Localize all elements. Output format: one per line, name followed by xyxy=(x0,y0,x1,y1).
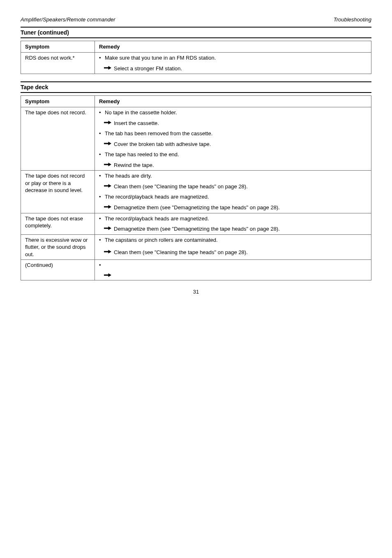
bullet-dot: • xyxy=(99,262,104,269)
section-header-tuner: Tuner (continued) xyxy=(21,27,371,38)
bullet-dot: • xyxy=(99,215,104,222)
cause-cell: •The capstans or pinch rollers are conta… xyxy=(95,234,371,247)
cause-text: The capstans or pinch rollers are contam… xyxy=(105,236,218,244)
arrow-right-icon xyxy=(104,162,111,168)
bullet-dot: • xyxy=(99,54,104,62)
action-cell: Select a stronger FM station. xyxy=(95,63,371,74)
cause-cell: •The heads are dirty. xyxy=(95,171,371,181)
arrow-right-icon xyxy=(104,65,111,71)
action-cell: Rewind the tape. xyxy=(95,160,371,171)
action-text: Select a stronger FM station. xyxy=(114,65,182,72)
action-cell: Clean them (see "Cleaning the tape heads… xyxy=(95,181,371,192)
tuner-table: Symptom Remedy RDS does not work.* •Make… xyxy=(21,41,371,74)
bullet-dot: • xyxy=(99,236,104,244)
cause-text: The heads are dirty. xyxy=(105,172,152,180)
cause-cell: • xyxy=(95,260,371,271)
cause-cell: •The tab has been removed from the casse… xyxy=(95,128,371,139)
page-header: Amplifier/Speakers/Remote commander Trou… xyxy=(21,16,371,23)
col-remedy: Remedy xyxy=(95,41,371,53)
arrow-right-icon xyxy=(104,273,111,278)
arrow-right-icon xyxy=(104,183,111,189)
cause-text: Make sure that you tune in an FM RDS sta… xyxy=(105,54,216,62)
action-cell xyxy=(95,271,371,280)
bullet-dot: • xyxy=(99,151,104,158)
header-left: Amplifier/Speakers/Remote commander xyxy=(21,16,115,23)
action-cell: Demagnetize them (see "Demagnetizing the… xyxy=(95,224,371,234)
cause-cell: •No tape in the cassette holder. xyxy=(95,107,371,118)
symptom-continued: (Continued) xyxy=(21,260,95,280)
arrow-right-icon xyxy=(104,226,111,232)
cause-cell: •Make sure that you tune in an FM RDS st… xyxy=(95,53,371,63)
action-text: Cover the broken tab with adhesive tape. xyxy=(114,141,211,148)
symptom-no-erase: The tape does not erase completely. xyxy=(21,213,95,234)
cause-cell: •The record/playback heads are magnetize… xyxy=(95,192,371,202)
header-right: Troubleshooting xyxy=(334,16,371,23)
arrow-right-icon xyxy=(104,141,111,147)
tape-table: Symptom Remedy The tape does not record.… xyxy=(21,95,371,280)
arrow-right-icon xyxy=(104,249,111,255)
cause-text: The tab has been removed from the casset… xyxy=(105,130,212,137)
cause-cell: •The tape has reeled to the end. xyxy=(95,149,371,160)
action-text: Demagnetize them (see "Demagnetizing the… xyxy=(114,225,280,233)
action-cell: Demagnetize them (see "Demagnetizing the… xyxy=(95,202,371,213)
bullet-dot: • xyxy=(99,130,104,137)
cause-text: The record/playback heads are magnetized… xyxy=(105,193,209,201)
symptom-wow-flutter: There is excessive wow or flutter, or th… xyxy=(21,234,95,260)
arrow-right-icon xyxy=(104,120,111,126)
bullet-dot: • xyxy=(99,193,104,201)
symptom-no-record-play: The tape does not record or play or ther… xyxy=(21,171,95,213)
bullet-dot: • xyxy=(99,172,104,180)
col-symptom: Symptom xyxy=(21,41,95,53)
action-text: Demagnetize them (see "Demagnetizing the… xyxy=(114,204,280,211)
arrow-right-icon xyxy=(104,204,111,210)
action-cell: Cover the broken tab with adhesive tape. xyxy=(95,139,371,150)
cause-text: The tape has reeled to the end. xyxy=(105,151,179,158)
cause-text: The record/playback heads are magnetized… xyxy=(105,215,209,222)
action-cell: Insert the cassette. xyxy=(95,118,371,129)
symptom-rds: RDS does not work.* xyxy=(21,53,95,74)
action-text: Rewind the tape. xyxy=(114,162,154,169)
page-number: 31 xyxy=(21,289,371,295)
action-text: Clean them (see "Cleaning the tape heads… xyxy=(114,249,248,256)
col-remedy: Remedy xyxy=(95,96,371,107)
action-text: Clean them (see "Cleaning the tape heads… xyxy=(114,183,248,190)
section-header-tape: Tape deck xyxy=(21,81,371,93)
cause-cell: •The record/playback heads are magnetize… xyxy=(95,213,371,224)
action-cell: Clean them (see "Cleaning the tape heads… xyxy=(95,247,371,260)
action-text: Insert the cassette. xyxy=(114,120,159,127)
col-symptom: Symptom xyxy=(21,96,95,107)
bullet-dot: • xyxy=(99,109,104,116)
cause-text: No tape in the cassette holder. xyxy=(105,109,177,116)
symptom-no-record: The tape does not record. xyxy=(21,107,95,171)
